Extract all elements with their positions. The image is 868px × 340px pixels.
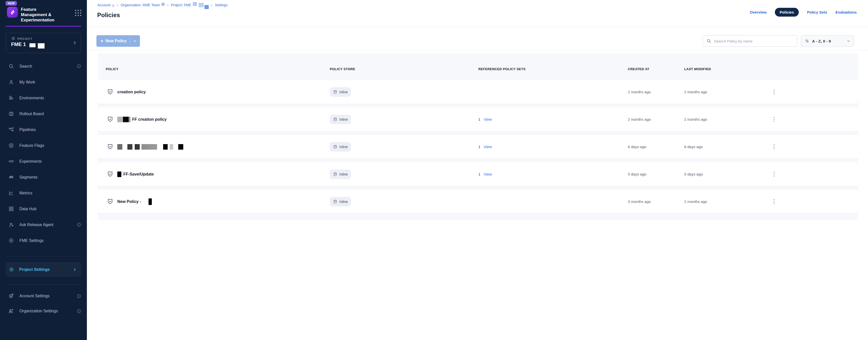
app-switcher-icon[interactable]	[75, 10, 81, 16]
policy-name: FF creation policy	[132, 117, 167, 122]
main-area: Account: › Organization: RME Team › Proj…	[87, 0, 868, 340]
sidebar: NEW Feature Management & Experimentation…	[0, 0, 87, 340]
search-input[interactable]	[714, 39, 794, 43]
redacted-block	[117, 144, 122, 149]
database-icon	[333, 172, 337, 176]
sidebar-item-environments[interactable]: Environments	[0, 90, 87, 106]
policy-row[interactable]: Inline 1 View 6 days ago 6 days ago	[98, 135, 859, 159]
redacted-block	[29, 43, 35, 47]
policy-name: FF-Save/Update	[123, 172, 154, 176]
sidebar-item-rollout-board[interactable]: Rollout Board	[0, 106, 87, 122]
sidebar-bottom-group: Account Settings Organization Settings	[0, 288, 87, 319]
row-menu-button[interactable]	[771, 170, 777, 179]
sidebar-item-feature-flags[interactable]: Feature Flags	[0, 138, 87, 154]
sidebar-item-data-hub[interactable]: Data Hub	[0, 201, 87, 217]
hexagons-icon	[8, 95, 14, 101]
sidebar-item-project-settings[interactable]: Project Settings	[5, 262, 81, 277]
layers-gear-icon	[8, 293, 14, 299]
sidebar-item-pipelines[interactable]: Pipelines	[0, 122, 87, 138]
tab-policy-sets[interactable]: Policy Sets	[807, 8, 827, 16]
policies-table: POLICY POLICY STORE REFERENCED POLICY SE…	[98, 53, 859, 220]
sidebar-item-my-work[interactable]: My Work	[0, 74, 87, 90]
breadcrumb-separator: ›	[117, 3, 118, 7]
redacted-block	[149, 198, 152, 205]
sidebar-nav: Search My Work Environments	[0, 58, 87, 248]
sort-dropdown[interactable]: A - Z, 0 - 9	[801, 35, 854, 47]
new-badge: NEW	[5, 1, 17, 5]
database-icon	[333, 199, 337, 204]
app-title: Feature Management & Experimentation	[21, 7, 64, 23]
view-link[interactable]: View	[484, 117, 492, 122]
row-menu-button[interactable]	[771, 115, 777, 124]
search-box	[703, 35, 797, 47]
policy-row[interactable]: creation policy Inline 2 months ago 2 mo…	[98, 80, 859, 104]
redacted-block	[117, 171, 121, 177]
chevron-right-icon	[72, 267, 77, 272]
sidebar-item-label: Segments	[20, 175, 37, 179]
sort-label: A - Z, 0 - 9	[812, 39, 831, 43]
tab-evaluations[interactable]: Evaluations	[836, 8, 857, 16]
new-policy-button[interactable]: + New Policy	[96, 35, 140, 47]
board-icon	[8, 111, 14, 117]
sidebar-item-label: Pipelines	[20, 128, 36, 132]
row-menu-button[interactable]	[771, 87, 777, 97]
project-selector-value: FME 1	[11, 41, 26, 47]
created-at-cell: 2 months ago	[628, 117, 684, 122]
info-icon[interactable]	[76, 309, 81, 314]
redacted-block	[193, 2, 197, 6]
sidebar-item-label: Ask Release Agent	[20, 223, 53, 227]
user-icon	[8, 79, 14, 85]
store-type-label: Inline	[339, 172, 348, 176]
breadcrumb-account[interactable]: Account:	[97, 3, 111, 7]
table-header: POLICY POLICY STORE REFERENCED POLICY SE…	[98, 66, 859, 71]
breadcrumb-project[interactable]: Project: FME	[171, 3, 191, 7]
sidebar-item-metrics[interactable]: Metrics	[0, 185, 87, 201]
fme-settings-icon	[8, 238, 14, 244]
row-menu-button[interactable]	[771, 197, 777, 206]
breadcrumb: Account: › Organization: RME Team › Proj…	[97, 3, 227, 7]
sidebar-item-search[interactable]: Search	[0, 58, 87, 74]
redacted-block	[163, 144, 168, 149]
info-icon[interactable]	[76, 294, 81, 299]
redacted-block	[205, 5, 209, 9]
sidebar-item-organization-settings[interactable]: Organization Settings	[0, 304, 87, 319]
content-area: POLICY POLICY STORE REFERENCED POLICY SE…	[87, 53, 868, 340]
row-menu-button[interactable]	[771, 142, 777, 151]
sidebar-item-ask-release-agent[interactable]: Ask Release Agent	[0, 217, 87, 233]
last-modified-cell: 6 days ago	[684, 145, 771, 149]
row-actions-cell	[771, 169, 859, 179]
database-icon	[333, 145, 337, 149]
row-actions-cell	[771, 87, 859, 97]
policy-row[interactable]: FF creation policy Inline 1 View 2 month…	[98, 107, 859, 131]
row-actions-cell	[771, 114, 859, 124]
search-icon	[706, 38, 711, 43]
inline-store-badge: Inline	[330, 197, 351, 206]
sidebar-item-label: Feature Flags	[20, 143, 44, 148]
policy-row[interactable]: FF-Save/Update Inline 1 View 5 days ago …	[98, 162, 859, 186]
sidebar-item-experiments[interactable]: Experiments	[0, 154, 87, 169]
sidebar-item-label: FME Settings	[20, 238, 43, 243]
split-logo	[7, 7, 18, 18]
info-icon[interactable]	[76, 64, 81, 69]
sidebar-item-account-settings[interactable]: Account Settings	[0, 288, 87, 304]
project-selector[interactable]: PROJECT FME 1	[6, 33, 81, 53]
sidebar-item-fme-settings[interactable]: FME Settings	[0, 233, 87, 248]
info-icon[interactable]	[76, 222, 81, 227]
tab-policies[interactable]: Policies	[775, 8, 799, 16]
redacted-block	[142, 144, 157, 149]
top-bar: Account: › Organization: RME Team › Proj…	[87, 0, 868, 27]
view-link[interactable]: View	[484, 172, 492, 176]
tab-overview[interactable]: Overview	[750, 8, 767, 16]
chevron-down-icon[interactable]	[133, 39, 137, 43]
policy-row[interactable]: New Policy - Inline 3 months ago	[98, 190, 859, 213]
redacted-block	[161, 3, 165, 6]
redacted-block	[129, 117, 130, 122]
breadcrumb-settings[interactable]: Settings	[215, 3, 228, 7]
breadcrumb-organization[interactable]: Organization: RME Team	[121, 3, 160, 7]
shield-check-icon	[107, 116, 114, 123]
view-link[interactable]: View	[484, 145, 492, 149]
redacted-block	[198, 3, 204, 7]
redacted-block	[178, 144, 183, 149]
sidebar-item-segments[interactable]: Segments	[0, 169, 87, 185]
split-logo-glyph	[9, 9, 16, 15]
